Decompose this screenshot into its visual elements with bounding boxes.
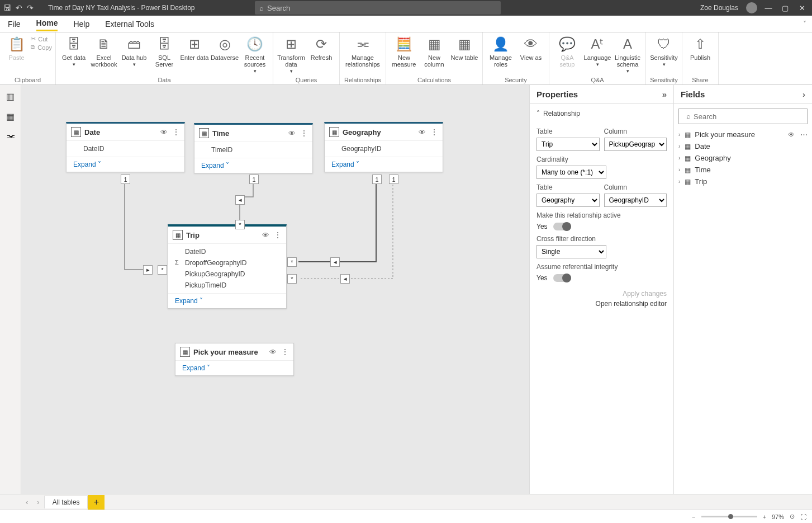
cardinality-select[interactable]: Many to one (*:1): [536, 166, 606, 179]
expand-button[interactable]: Expand ˅: [175, 360, 293, 375]
field-table-time[interactable]: ›▦ Time: [678, 164, 808, 176]
linguistic-schema-button[interactable]: ALinguistic schema▾: [613, 34, 642, 74]
column-pickupgeographyid[interactable]: PickupGeographyID: [168, 268, 286, 280]
more-icon[interactable]: ⋮: [300, 129, 308, 138]
recent-sources-button[interactable]: 🕓Recent sources▾: [240, 34, 269, 74]
fit-to-page-icon[interactable]: ⊙: [790, 513, 795, 520]
tab-help[interactable]: Help: [73, 17, 89, 31]
collapse-ribbon-icon[interactable]: ˅: [803, 20, 806, 28]
get-data-button[interactable]: 🗄Get data▾: [59, 34, 88, 68]
viewas-icon: 👁: [522, 35, 540, 53]
table-trip[interactable]: ▦ Trip 👁 ⋮ DateID ΣDropoffGeographyID Pi…: [168, 224, 287, 309]
visibility-icon[interactable]: 👁: [262, 231, 269, 239]
more-icon[interactable]: ⋮: [281, 347, 289, 356]
column-dropoffgeographyid[interactable]: ΣDropoffGeographyID: [168, 257, 286, 268]
visibility-icon[interactable]: 👁: [788, 131, 795, 139]
expand-button[interactable]: Expand ˅: [194, 158, 312, 173]
active-toggle[interactable]: [553, 223, 571, 230]
more-icon[interactable]: ⋯: [800, 130, 808, 139]
zoom-out-button[interactable]: −: [692, 513, 695, 520]
close-button[interactable]: ✕: [796, 4, 808, 12]
tab-home[interactable]: Home: [36, 16, 58, 31]
table1-select[interactable]: Trip: [536, 138, 600, 151]
language-icon: Aᵗ: [588, 35, 606, 53]
table-date[interactable]: ▦ Date 👁 ⋮ DateID Expand ˅: [66, 122, 185, 172]
referential-toggle[interactable]: [553, 274, 571, 282]
get-data-icon: 🗄: [65, 35, 83, 53]
table-time[interactable]: ▦ Time 👁 ⋮ TimeID Expand ˅: [194, 123, 313, 173]
transform-data-button[interactable]: ⊞Transform data▾: [277, 34, 306, 74]
data-hub-button[interactable]: 🗃Data hub▾: [120, 34, 149, 68]
expand-button[interactable]: Expand ˅: [67, 157, 184, 172]
maximize-button[interactable]: ▢: [780, 4, 791, 12]
prev-page-button[interactable]: ‹: [21, 498, 32, 506]
tab-file[interactable]: File: [8, 17, 21, 31]
dataverse-button[interactable]: ◎Dataverse: [210, 34, 239, 61]
table2-select[interactable]: Geography: [536, 194, 600, 207]
column2-select[interactable]: GeographyID: [604, 194, 667, 207]
collapse-panel-icon[interactable]: ›: [802, 89, 805, 99]
language-button[interactable]: AᵗLanguage▾: [583, 34, 612, 68]
visibility-icon[interactable]: 👁: [288, 129, 296, 138]
save-icon[interactable]: 🖫: [3, 3, 11, 12]
add-page-button[interactable]: +: [88, 495, 105, 510]
collapse-panel-icon[interactable]: »: [662, 89, 667, 99]
relationships-icon: ⫘: [354, 35, 372, 53]
new-measure-button[interactable]: 🧮New measure: [390, 34, 419, 68]
expand-button[interactable]: Expand ˅: [168, 293, 286, 308]
visibility-icon[interactable]: 👁: [269, 348, 277, 356]
sensitivity-button[interactable]: 🛡Sensitivity▾: [649, 34, 678, 68]
new-table-button[interactable]: ▦New table: [450, 34, 479, 61]
column-dateid[interactable]: DateID: [168, 246, 286, 257]
tab-all-tables[interactable]: All tables: [44, 496, 88, 508]
manage-roles-button[interactable]: 👤Manage roles: [486, 34, 515, 68]
sql-server-button[interactable]: 🗄SQL Server: [150, 34, 179, 68]
new-column-button[interactable]: ▦New column: [420, 34, 449, 68]
table-icon: ▦: [71, 127, 81, 137]
next-page-button[interactable]: ›: [32, 498, 44, 506]
view-as-button[interactable]: 👁View as: [516, 34, 545, 61]
crossfilter-select[interactable]: Single: [536, 245, 606, 258]
expand-button[interactable]: Expand ˅: [325, 157, 443, 172]
zoom-in-button[interactable]: +: [763, 513, 766, 520]
global-search[interactable]: ⌕ Search: [255, 1, 501, 15]
manage-relationships-button[interactable]: ⫘Manage relationships: [343, 34, 382, 68]
column-pickuptimeid[interactable]: PickupTimeID: [168, 280, 286, 291]
column1-select[interactable]: PickupGeographyID: [604, 138, 667, 151]
excel-icon: 🗎: [95, 35, 113, 53]
field-table-geography[interactable]: ›▦ Geography: [678, 152, 808, 164]
minimize-button[interactable]: —: [763, 4, 774, 12]
field-table-pick-your-measure[interactable]: ›▦ Pick your measure 👁 ⋯: [678, 129, 808, 140]
avatar[interactable]: [746, 2, 757, 13]
enter-data-button[interactable]: ⊞Enter data: [180, 34, 209, 61]
column-dateid[interactable]: DateID: [67, 143, 184, 154]
model-view-icon[interactable]: ⫘: [4, 130, 17, 143]
zoom-slider[interactable]: [701, 516, 757, 517]
relationship-section[interactable]: ˄ Relationship: [536, 110, 667, 117]
field-table-date[interactable]: ›▦ Date: [678, 140, 808, 152]
undo-icon[interactable]: ↶: [16, 3, 22, 12]
column-geographyid[interactable]: GeographyID: [325, 143, 443, 154]
visibility-icon[interactable]: 👁: [160, 128, 168, 136]
redo-icon[interactable]: ↷: [27, 3, 34, 12]
more-icon[interactable]: ⋮: [430, 128, 438, 136]
field-table-trip[interactable]: ›▦ Trip: [678, 176, 808, 187]
data-view-icon[interactable]: ▦: [4, 110, 17, 123]
excel-button[interactable]: 🗎Excel workbook: [89, 34, 118, 68]
fields-search-input[interactable]: [678, 109, 808, 124]
user-name[interactable]: Zoe Douglas: [700, 4, 738, 12]
table-pick-your-measure[interactable]: ▦ Pick your measure 👁 ⋮ Expand ˅: [175, 343, 294, 376]
more-icon[interactable]: ⋮: [172, 128, 180, 136]
fullscreen-icon[interactable]: ⛶: [800, 513, 806, 520]
open-relationship-editor-link[interactable]: Open relationship editor: [536, 300, 667, 308]
column-timeid[interactable]: TimeID: [194, 144, 312, 156]
report-view-icon[interactable]: ▥: [4, 89, 17, 103]
more-icon[interactable]: ⋮: [274, 230, 282, 239]
tab-external-tools[interactable]: External Tools: [105, 17, 154, 31]
publish-button[interactable]: ⇧Publish: [686, 34, 715, 61]
visibility-icon[interactable]: 👁: [419, 128, 426, 136]
filter-direction-icon: ◂: [330, 257, 340, 267]
refresh-button[interactable]: ⟳Refresh: [307, 34, 336, 61]
model-canvas[interactable]: ▦ Date 👁 ⋮ DateID Expand ˅ ▦ Time 👁 ⋮ Ti…: [21, 85, 529, 494]
table-geography[interactable]: ▦ Geography 👁 ⋮ GeographyID Expand ˅: [324, 122, 443, 172]
